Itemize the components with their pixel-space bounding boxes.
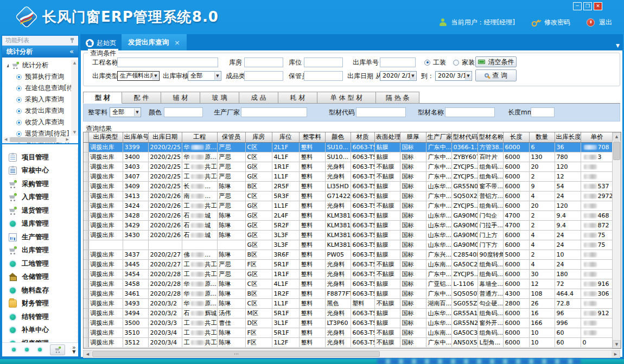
tree-vertical-scrollbar[interactable]: ▲ ▼	[71, 60, 78, 136]
scrollbar-thumb[interactable]	[92, 351, 380, 357]
table-row[interactable]: 调拨出库34302020/2/26石城陈琳G区3L3F整料KLM38176063…	[84, 230, 621, 240]
column-header[interactable]: 整零料	[299, 132, 325, 142]
type-tab[interactable]: 隔 热 条	[376, 92, 419, 104]
table-row[interactable]: 调拨出库35102020/3/4工共工程陈琳F区5R1F整料光身料6063-T5…	[84, 328, 621, 337]
table-row[interactable]: 调拨出库33992020/2/25华原...严思C区2L1F整料SU10...6…	[84, 142, 621, 152]
location-input[interactable]	[304, 58, 343, 67]
horizontal-scrollbar[interactable]: ◀ ▶	[83, 350, 620, 358]
audit-select[interactable]: 全部▼	[188, 71, 221, 81]
sidebar-menu-item[interactable]: 仓储管理	[2, 271, 78, 284]
dot-icon[interactable]	[11, 347, 17, 353]
logout-link[interactable]: 退出	[599, 18, 612, 27]
table-row[interactable]: 调拨出库34452020/2/27工共工程严思F区5R1F整料光身料6063-T…	[84, 259, 621, 269]
dropdown-arrow-icon[interactable]: ▼	[152, 72, 158, 80]
sidebar-menu-item[interactable]: 结转管理	[2, 310, 78, 324]
column-header[interactable]: 保管员	[217, 132, 245, 142]
search-button[interactable]: 查 询	[475, 69, 517, 81]
tree-item[interactable]: 预算执行查询	[2, 71, 78, 82]
table-row[interactable]: 调拨出库34002020/2/25华原...严思C区4L1F整料SU10...6…	[84, 152, 621, 162]
column-header[interactable]: 材质	[351, 132, 374, 142]
column-header[interactable]: 工程	[182, 132, 217, 142]
column-header[interactable]: 型材名称	[477, 132, 503, 142]
radio-jiazhuang[interactable]	[453, 60, 459, 66]
column-header[interactable]: 型材代码	[451, 132, 477, 142]
table-row[interactable]: 调拨出库34242020/2/26工共工程严思G区1L1F整料光身料6063-T…	[84, 201, 621, 210]
profile-code-input[interactable]	[356, 107, 406, 117]
sidebar-menu-item[interactable]: 审核中心	[2, 164, 78, 178]
date-from-picker[interactable]: 2020/ 2/16▼	[380, 71, 417, 81]
sidebar-menu-item[interactable]: 出库管理	[2, 244, 78, 258]
tree-expander-icon[interactable]	[7, 63, 9, 67]
type-tab[interactable]: 玻 璃	[200, 92, 239, 104]
column-header[interactable]: 出库类型	[88, 132, 123, 142]
scroll-up-icon[interactable]: ▲	[613, 132, 621, 141]
sidebar-menu-item[interactable]: 项目管理	[2, 151, 78, 164]
table-row[interactable]: 调拨出库34032020/2/25工共工程严思G区1R1F整料光身料6063-T…	[84, 162, 621, 171]
manufacturer-input[interactable]	[241, 107, 307, 117]
sidebar-menu-item[interactable]: 退货管理	[2, 204, 78, 218]
dropdown-arrow-icon[interactable]: ▼	[134, 108, 140, 116]
column-header[interactable]: 出库单号	[123, 132, 148, 142]
scrollbar-thumb[interactable]	[613, 142, 620, 160]
out-type-select[interactable]: 生产领料出库▼	[117, 71, 160, 81]
type-tab[interactable]: 型 材	[83, 92, 122, 104]
length-input[interactable]	[531, 107, 555, 117]
tab-shipment-query[interactable]: 发货出库查询 ×	[122, 34, 187, 50]
close-button[interactable]: ✕	[594, 2, 602, 10]
column-header[interactable]: 库房	[245, 132, 272, 142]
column-header[interactable]: 出库日期	[148, 132, 182, 142]
table-row[interactable]: 调拨出库34942020/3/2石辉城汤伟M区5R1F整料光身料6063-T5贴…	[84, 308, 621, 318]
tab-overflow-icon[interactable]: ▼	[616, 43, 620, 48]
scroll-up-icon[interactable]: ▲	[71, 60, 78, 66]
scroll-down-icon[interactable]: ▼	[71, 129, 78, 136]
tree-root-node[interactable]: 统计分析	[2, 60, 78, 71]
sidebar-menu-item[interactable]: 生产管理	[2, 231, 78, 244]
change-password-link[interactable]: 修改密码	[544, 18, 570, 27]
scroll-left-icon[interactable]: ◀	[84, 350, 92, 357]
sidebar-menu-item[interactable]: 入库管理	[2, 191, 78, 205]
stats-group-header[interactable]: 统计分析 «	[2, 46, 78, 58]
tab-home[interactable]: 起始页	[80, 35, 122, 50]
radio-gongzhuang[interactable]	[424, 60, 430, 66]
scroll-right-icon[interactable]: ▶	[612, 350, 620, 357]
clear-conditions-button[interactable]: 清空条件	[475, 56, 517, 67]
dot-icon[interactable]	[24, 347, 30, 353]
pin-icon[interactable]	[70, 38, 74, 43]
table-row[interactable]: 调拨出库34282020/2/26石城陈琳G区2L4F整料KLM38176063…	[84, 210, 621, 220]
scroll-right-icon[interactable]: ▶	[66, 137, 69, 143]
type-tab[interactable]: 耗 材	[278, 92, 317, 104]
type-tab[interactable]: 成 品	[239, 92, 278, 104]
product-type-input[interactable]	[244, 71, 283, 81]
maximize-button[interactable]: ❐	[583, 2, 592, 10]
dropdown-arrow-icon[interactable]: ▼	[465, 72, 471, 80]
column-header[interactable]: 表面处理	[374, 132, 400, 142]
table-row[interactable]: 调拨出库34292020/2/26石城陈琳G区5R2F整料KLM38176063…	[84, 220, 621, 230]
scrollbar-thumb[interactable]	[10, 137, 56, 142]
column-header[interactable]: 长度	[503, 132, 529, 142]
tree-horizontal-scrollbar[interactable]: ◀ ▶	[3, 137, 70, 143]
tree-item[interactable]: 发货出库查询	[2, 105, 78, 117]
warehouse-input[interactable]	[244, 58, 283, 67]
table-row[interactable]: 调拨出库35122020/3/4工共工程陈琳F区1L2F整料光身料6063-T5…	[84, 337, 621, 347]
table-row[interactable]: 调拨出库34072020/2/25工共工程严思G区1L1F整料光身料6063-T…	[84, 171, 621, 181]
more-button[interactable]: »▼	[72, 346, 76, 354]
table-row[interactable]: 调拨出库34542020/2/28工共工程严思G区1R1F整料光身料6063-T…	[84, 269, 621, 279]
collapse-icon[interactable]: «	[69, 46, 74, 58]
tree-item[interactable]: 收货入库查询	[2, 117, 78, 128]
tree-item[interactable]: 采购入库查询	[2, 94, 78, 105]
column-header[interactable]: 单价	[581, 132, 613, 142]
scroll-left-icon[interactable]: ◀	[4, 137, 7, 143]
project-name-input[interactable]	[117, 58, 218, 67]
sidebar-menu-item[interactable]: 物料盘存	[2, 284, 78, 297]
table-row[interactable]: 调拨出库34932020/3/2华原...陈琳C区1L1F整料黑色塑料不贴膜国标…	[84, 298, 621, 308]
profile-name-input[interactable]	[445, 107, 495, 117]
column-header[interactable]: 颜色	[325, 132, 351, 142]
sidebar-menu-item[interactable]: 采购管理	[2, 177, 78, 191]
color-input[interactable]	[164, 107, 203, 117]
order-no-input[interactable]	[380, 58, 416, 67]
cart-shortcut-button[interactable]	[50, 344, 65, 355]
minimize-button[interactable]: ─	[573, 2, 582, 10]
keeper-input[interactable]	[304, 71, 343, 81]
dot-icon[interactable]	[37, 347, 43, 353]
column-header[interactable]: 库位	[272, 132, 299, 142]
